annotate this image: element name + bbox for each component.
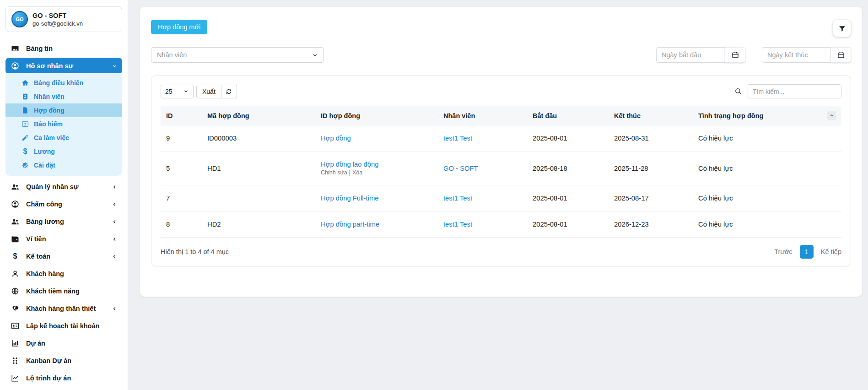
sidebar-submenu-wrap: Bảng điều khiển Nhân viên Hợp đồng (5, 73, 122, 176)
sidebar-item-du-an[interactable]: Dự án (5, 335, 122, 352)
sidebar-item-bang-tin[interactable]: Bảng tin (5, 40, 122, 57)
start-date-calendar-button[interactable] (725, 47, 745, 63)
org-card[interactable]: GO GO - SOFT go-soft@goclick.vn (5, 6, 122, 32)
employee-link[interactable]: GO - SOFT (443, 165, 478, 172)
sidebar: GO GO - SOFT go-soft@goclick.vn Bảng tin… (0, 0, 128, 390)
start-date-cell: 2025-08-01 (527, 185, 609, 211)
dollar-icon: $ (21, 148, 29, 155)
globe-icon (10, 287, 20, 295)
submenu-item-luong[interactable]: $ Lương (5, 145, 122, 158)
contract-name-link[interactable]: Hợp đồng part-time (321, 221, 379, 228)
sidebar-item-quan-ly-nhan-su[interactable]: Quản lý nhân sự (5, 179, 122, 195)
page-size-select[interactable]: 25 (161, 85, 194, 98)
contract-name-link[interactable]: Hợp đồng Full-time (321, 195, 378, 202)
start-date-input[interactable] (656, 47, 725, 63)
chevron-left-icon (112, 254, 118, 260)
end-date-input[interactable] (762, 47, 830, 63)
row-actions: Chỉnh sửa|Xóa (321, 169, 432, 176)
action-separator: | (349, 169, 350, 176)
search-input[interactable] (748, 84, 841, 98)
header-end[interactable]: Kết thúc (609, 106, 693, 125)
org-name: GO - SOFT (32, 12, 83, 19)
submenu-item-hop-dong[interactable]: Hợp đồng (5, 103, 122, 117)
pagination-page-1[interactable]: 1 (800, 245, 814, 259)
chevron-left-icon (112, 306, 118, 312)
delete-action[interactable]: Xóa (352, 169, 362, 176)
pagination-next[interactable]: Kế tiếp (821, 248, 841, 255)
new-contract-button[interactable]: Hợp đồng mới (151, 20, 207, 34)
contract-code-cell: HD1 (202, 152, 315, 185)
sidebar-item-ke-toan[interactable]: $ Kế toán (5, 248, 122, 265)
chevron-down-icon (112, 63, 118, 69)
person-icon (10, 270, 20, 278)
employee-select[interactable]: Nhân viên (151, 47, 324, 63)
edit-action[interactable]: Chỉnh sửa (321, 169, 347, 176)
employee-link[interactable]: test1 Test (443, 195, 472, 202)
handshake-icon (10, 304, 20, 313)
pagination-prev[interactable]: Trước (774, 248, 793, 255)
contract-id-cell: 9 (161, 125, 202, 152)
header-contract-code[interactable]: Mã hợp đồng (202, 106, 315, 125)
end-date-group (762, 47, 851, 63)
attendance-icon (10, 200, 20, 208)
sidebar-item-khach-hang[interactable]: Khách hàng (5, 265, 122, 282)
submenu-item-ca-lam-viec[interactable]: Ca làm việc (5, 131, 122, 145)
sort-asc-icon[interactable] (827, 111, 836, 120)
sidebar-item-vi-tien[interactable]: Ví tiền (5, 231, 122, 247)
sidebar-nav: Bảng tin Hồ sơ nhân sự Bảng điề (5, 40, 122, 390)
header-employee[interactable]: Nhân viên (438, 106, 527, 125)
page-size-value: 25 (165, 88, 173, 95)
header-contract-id[interactable]: ID hợp đồng (315, 106, 438, 125)
submenu-item-nhan-vien[interactable]: Nhân viên (5, 90, 122, 103)
employee-link[interactable]: test1 Test (443, 135, 472, 142)
sidebar-item-lo-trinh-du-an[interactable]: Lộ trình dự án (5, 370, 122, 386)
refresh-button[interactable] (221, 85, 237, 98)
submenu-item-label: Ca làm việc (34, 134, 69, 141)
start-date-cell: 2025-08-01 (527, 211, 609, 238)
users-icon (10, 183, 20, 191)
sidebar-item-label: Kanban Dự án (26, 357, 71, 364)
sidebar-item-kanban-du-an[interactable]: Kanban Dự án (5, 352, 122, 369)
address-card-icon (10, 322, 20, 330)
employee-link[interactable]: test1 Test (443, 221, 472, 228)
sidebar-item-khach-hang-than-thiet[interactable]: Khách hàng thân thiết (5, 300, 122, 317)
contracts-card: Hợp đồng mới Nhân viên (140, 7, 862, 297)
kanban-grid-icon (10, 357, 20, 365)
header-id[interactable]: ID (161, 106, 202, 125)
chevron-left-icon (112, 236, 118, 242)
sidebar-item-label: Khách hàng thân thiết (26, 305, 96, 312)
submenu-item-cai-dat[interactable]: Cài đặt (5, 158, 122, 172)
status-cell: Có hiệu lực (693, 185, 841, 211)
sidebar-item-cham-cong[interactable]: Chấm công (5, 196, 122, 212)
submenu-item-bao-hiem[interactable]: Bảo hiểm (5, 117, 122, 131)
contract-name-link[interactable]: Hợp đồng (321, 135, 351, 142)
export-button[interactable]: Xuất (196, 85, 221, 98)
filter-button[interactable] (833, 20, 851, 37)
submenu-item-label: Hợp đồng (34, 107, 65, 114)
sidebar-item-hop-dong[interactable]: Hợp đồng (5, 387, 122, 390)
contract-id-cell: 5 (161, 152, 202, 185)
chevron-left-icon (112, 219, 118, 225)
line-chart-icon (10, 374, 20, 382)
filter-funnel-icon (838, 25, 846, 32)
end-date-cell: 2025-08-31 (609, 125, 693, 152)
bar-chart-icon (10, 339, 20, 347)
sidebar-item-khach-tiem-nang[interactable]: Khách tiềm năng (5, 283, 122, 299)
table-row: 5 HD1 Hợp đồng lao động Chỉnh sửa|Xóa GO… (161, 152, 841, 185)
header-start[interactable]: Bắt đầu (527, 106, 609, 125)
sidebar-item-ho-so-nhan-su[interactable]: Hồ sơ nhân sự (5, 58, 122, 74)
status-cell: Có hiệu lực (693, 211, 841, 238)
status-cell: Có hiệu lực (693, 152, 841, 185)
sidebar-item-bang-luong[interactable]: Bảng lương (5, 213, 122, 230)
main-content: Hợp đồng mới Nhân viên (128, 0, 868, 390)
org-logo: GO (11, 11, 28, 27)
filters-row: Nhân viên (151, 47, 851, 63)
contract-name-link[interactable]: Hợp đồng lao động (321, 161, 379, 168)
payroll-users-icon (10, 217, 20, 226)
insurance-card-icon (21, 120, 29, 128)
home-icon (21, 79, 29, 87)
sidebar-item-lap-ke-hoach-tai-khoan[interactable]: Lập kế hoạch tài khoản (5, 318, 122, 334)
end-date-calendar-button[interactable] (830, 47, 851, 63)
submenu-item-bang-dieu-khien[interactable]: Bảng điều khiển (5, 76, 122, 90)
header-status[interactable]: Tình trạng hợp đồng (693, 106, 841, 125)
